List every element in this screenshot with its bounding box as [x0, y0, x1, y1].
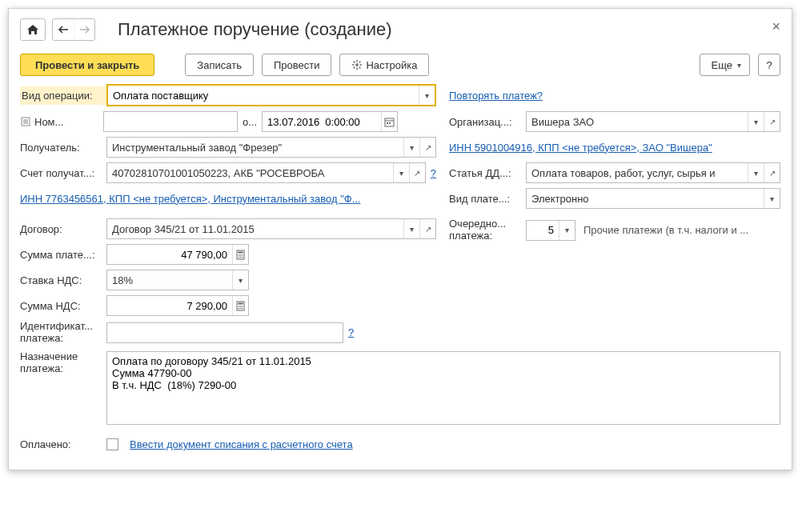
open-icon[interactable]: [764, 112, 780, 131]
page-title: Платежное поручение (создание): [118, 19, 392, 40]
payment-type-value: Электронно: [527, 189, 764, 208]
vat-amount-field[interactable]: [106, 295, 249, 316]
calendar-icon[interactable]: [381, 112, 397, 131]
priority-description: Прочие платежи (в т.ч. налоги и ...: [583, 224, 748, 236]
contract-label: Договор:: [20, 223, 106, 235]
settings-button[interactable]: Настройка: [339, 54, 429, 76]
vat-amount-input[interactable]: [107, 296, 232, 315]
svg-rect-26: [239, 302, 243, 304]
right-column: Повторять платеж? Организац...: Вишера З…: [449, 84, 780, 350]
vat-rate-value: 18%: [107, 270, 232, 290]
dropdown-icon[interactable]: ▾: [559, 221, 575, 240]
svg-point-29: [242, 306, 243, 307]
paid-checkbox[interactable]: [106, 438, 118, 450]
recipient-field[interactable]: Инструментальный завод "Фрезер" ▾: [106, 137, 436, 158]
number-field[interactable]: [103, 111, 238, 132]
dds-field[interactable]: Оплата товаров, работ, услуг, сырья и ▾: [526, 162, 780, 183]
dropdown-icon[interactable]: ▾: [403, 138, 419, 157]
dropdown-icon[interactable]: ▾: [748, 163, 764, 182]
dropdown-icon[interactable]: ▾: [232, 270, 248, 290]
contract-field[interactable]: Договор 345/21 от 11.01.2015 ▾: [106, 218, 436, 239]
dropdown-icon[interactable]: ▾: [403, 219, 419, 238]
date-field[interactable]: [262, 111, 398, 132]
open-icon[interactable]: [409, 163, 425, 182]
svg-line-8: [354, 67, 355, 69]
svg-point-22: [239, 256, 240, 258]
date-input[interactable]: [263, 112, 381, 131]
svg-point-31: [240, 307, 242, 309]
nav-forward-button: [74, 19, 94, 40]
dropdown-icon[interactable]: ▾: [393, 163, 409, 182]
recipient-details-link[interactable]: ИНН 7763456561, КПП <не требуется>, Инст…: [20, 193, 360, 205]
recipient-value: Инструментальный завод "Фрезер": [107, 138, 403, 157]
recipient-account-label: Счет получат...:: [20, 167, 106, 179]
amount-label: Сумма плате...:: [20, 249, 106, 261]
help-link[interactable]: ?: [431, 167, 436, 179]
help-button[interactable]: ?: [758, 54, 780, 76]
svg-line-7: [359, 62, 361, 63]
svg-rect-16: [389, 122, 391, 124]
help-link[interactable]: ?: [348, 326, 354, 338]
number-input[interactable]: [104, 112, 237, 131]
recipient-account-field[interactable]: 40702810701001050223, АКБ "РОСЕВРОБА ▾: [106, 162, 426, 183]
svg-line-5: [354, 62, 355, 63]
calculator-icon[interactable]: [232, 245, 248, 264]
purpose-textarea[interactable]: [106, 351, 780, 425]
payment-id-input[interactable]: [107, 323, 343, 342]
purpose-label: Назначение платежа:: [20, 351, 106, 375]
settings-label: Настройка: [366, 59, 417, 71]
svg-point-23: [240, 256, 242, 258]
organization-value: Вишера ЗАО: [527, 112, 748, 131]
priority-label: Очередно... платежа:: [449, 218, 526, 242]
post-button[interactable]: Провести: [262, 54, 332, 76]
vat-rate-label: Ставка НДС:: [20, 274, 106, 286]
payment-id-label: Идентификат... платежа:: [20, 321, 106, 345]
home-button[interactable]: [20, 18, 46, 41]
nav-back-button[interactable]: [53, 19, 74, 40]
calculator-icon[interactable]: [232, 296, 248, 315]
paid-label: Оплачено:: [20, 438, 106, 450]
dropdown-icon[interactable]: ▾: [419, 86, 435, 105]
gear-icon: [351, 59, 363, 70]
operation-type-input[interactable]: [108, 86, 419, 105]
svg-point-21: [242, 254, 243, 256]
priority-field[interactable]: ▾: [526, 220, 575, 241]
amount-field[interactable]: [106, 244, 249, 265]
svg-point-19: [239, 254, 240, 256]
contract-value: Договор 345/21 от 11.01.2015: [107, 219, 403, 238]
payment-id-field[interactable]: [106, 322, 343, 343]
payment-order-window: × Платежное поручение (создание) Провест…: [8, 8, 792, 470]
more-button[interactable]: Еще: [700, 54, 750, 76]
open-icon[interactable]: [419, 219, 435, 238]
enter-writeoff-link[interactable]: Ввести документ списания с расчетного сч…: [130, 438, 353, 450]
open-icon[interactable]: [764, 163, 780, 182]
amount-input[interactable]: [107, 245, 232, 264]
svg-point-24: [242, 256, 243, 258]
close-icon[interactable]: ×: [772, 18, 780, 35]
open-icon[interactable]: [419, 138, 435, 157]
svg-point-28: [240, 306, 242, 307]
organization-details-link[interactable]: ИНН 5901004916, КПП <не требуется>, ЗАО …: [449, 142, 712, 154]
payment-type-label: Вид плате...:: [449, 193, 526, 205]
vat-amount-label: Сумма НДС:: [20, 300, 106, 312]
vat-rate-field[interactable]: 18% ▾: [106, 270, 249, 290]
payment-type-field[interactable]: Электронно ▾: [526, 188, 780, 209]
save-button[interactable]: Записать: [185, 54, 254, 76]
left-column: Вид операции: ▾ Ном... о...: [20, 84, 436, 350]
operation-type-field[interactable]: ▾: [106, 84, 436, 106]
dropdown-icon[interactable]: ▾: [748, 112, 764, 131]
svg-rect-18: [239, 251, 243, 253]
priority-input[interactable]: [527, 221, 559, 240]
post-and-close-button[interactable]: Провести и закрыть: [20, 54, 154, 76]
dropdown-icon[interactable]: ▾: [764, 189, 780, 208]
recipient-label: Получатель:: [20, 142, 106, 154]
svg-point-0: [355, 63, 359, 66]
repeat-payment-link[interactable]: Повторять платеж?: [449, 90, 543, 102]
document-icon: [20, 116, 31, 127]
organization-field[interactable]: Вишера ЗАО ▾: [526, 111, 780, 132]
dds-label: Статья ДД...:: [449, 167, 526, 179]
svg-point-32: [242, 307, 243, 309]
from-label: о...: [243, 116, 257, 128]
svg-point-30: [239, 307, 240, 309]
svg-point-20: [240, 254, 242, 256]
